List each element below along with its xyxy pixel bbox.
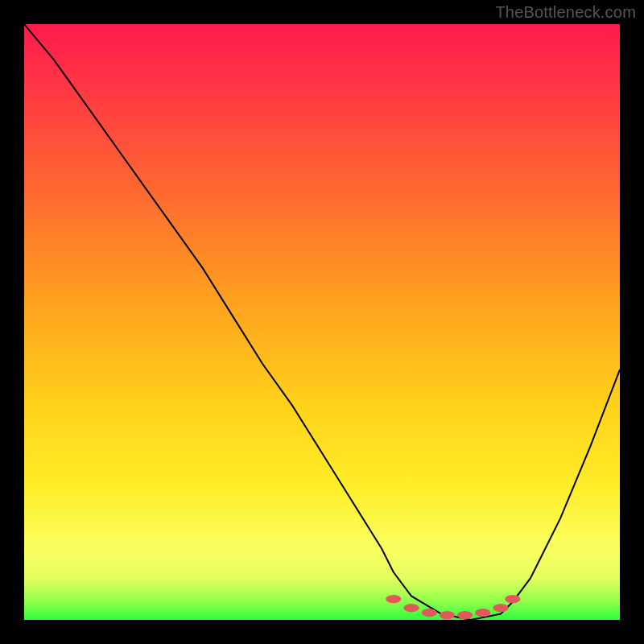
optimal-marker-dot bbox=[386, 595, 401, 603]
curve-layer bbox=[24, 24, 620, 620]
watermark-text: TheBottleneck.com bbox=[495, 3, 636, 22]
optimal-marker-dot bbox=[505, 595, 520, 603]
chart-container: TheBottleneck.com bbox=[0, 0, 644, 644]
optimal-marker-dot bbox=[475, 609, 490, 617]
optimal-range-markers bbox=[386, 595, 520, 619]
optimal-marker-dot bbox=[403, 604, 419, 612]
optimal-marker-dot bbox=[493, 604, 508, 612]
optimal-marker-dot bbox=[440, 611, 455, 619]
optimal-marker-dot bbox=[422, 609, 437, 617]
plot-area bbox=[24, 24, 620, 620]
bottleneck-curve-path bbox=[24, 24, 620, 620]
optimal-marker-dot bbox=[457, 611, 473, 619]
